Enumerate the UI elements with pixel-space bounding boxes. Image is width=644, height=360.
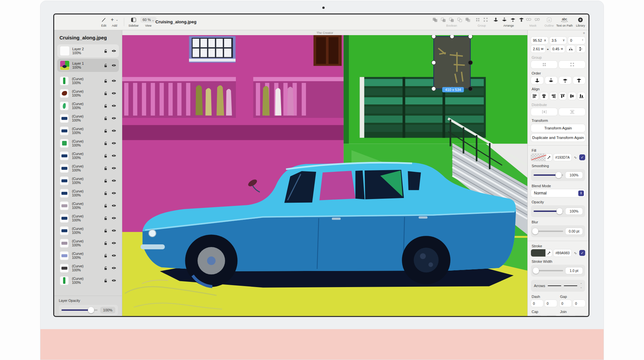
curve-layer-row[interactable]: (Curve) 100%: [54, 262, 122, 274]
align-middle-vertical-button[interactable]: [568, 92, 576, 100]
curve-layer-row[interactable]: (Curve) 100%: [54, 199, 122, 212]
opacity-slider[interactable]: [534, 211, 563, 212]
slider-knob[interactable]: [555, 172, 562, 178]
add-tool[interactable]: + ⌄ Add: [111, 16, 118, 27]
visibility-eye-icon[interactable]: [111, 204, 116, 207]
slider-knob[interactable]: [533, 268, 539, 274]
visibility-eye-icon[interactable]: [111, 154, 116, 157]
library-tool[interactable]: Library: [576, 16, 585, 27]
smoothing-slider[interactable]: [534, 174, 563, 176]
unlock-icon[interactable]: [104, 141, 108, 146]
curve-layer-row[interactable]: (Curve) 100%: [54, 274, 122, 287]
align-center-horizontal-button[interactable]: [540, 92, 548, 100]
align-bottom-button[interactable]: [578, 92, 585, 100]
unlock-icon[interactable]: [104, 254, 108, 258]
curve-layer-row[interactable]: (Curve) 100%: [54, 237, 122, 249]
curve-layer-row[interactable]: (Curve) 100%: [54, 137, 122, 149]
unlock-icon[interactable]: [104, 179, 108, 183]
align-right-button[interactable]: [550, 92, 557, 100]
artwork-canvas[interactable]: 410 x 534: [122, 35, 527, 316]
slider-knob[interactable]: [557, 208, 563, 214]
unlock-icon[interactable]: [104, 104, 108, 108]
visibility-eye-icon[interactable]: [111, 142, 116, 145]
visibility-eye-icon[interactable]: [111, 129, 116, 132]
unlock-icon[interactable]: [104, 204, 108, 208]
gap-input-1[interactable]: 0: [560, 300, 572, 307]
width-field[interactable]: 2.61W: [531, 45, 545, 53]
curve-layer-row[interactable]: (Curve) 100%: [54, 149, 122, 162]
fill-hex-field[interactable]: #193D7A: [554, 154, 571, 161]
fill-enabled-checkbox[interactable]: ✓: [579, 154, 585, 160]
layer-opacity-slider[interactable]: [61, 309, 98, 311]
stroke-enabled-checkbox[interactable]: ✓: [579, 250, 585, 256]
bring-forward-icon[interactable]: [502, 17, 507, 22]
visibility-eye-icon[interactable]: [111, 179, 116, 182]
text-on-path-tool[interactable]: abc Text on Path: [556, 16, 573, 27]
unlock-icon[interactable]: [104, 91, 108, 96]
slider-knob[interactable]: [88, 307, 94, 313]
unlock-icon[interactable]: [104, 63, 108, 68]
blur-slider[interactable]: [534, 231, 563, 232]
visibility-eye-icon[interactable]: [111, 191, 116, 195]
distribute-vertical-button[interactable]: [559, 108, 585, 116]
send-to-back-icon[interactable]: [519, 17, 524, 22]
visibility-eye-icon[interactable]: [111, 64, 116, 67]
curve-layer-row[interactable]: (Curve) 100%: [54, 187, 122, 199]
curve-layer-row[interactable]: (Curve) 100%: [54, 75, 122, 87]
unlock-icon[interactable]: [104, 241, 108, 245]
boolean-intersect-icon[interactable]: [449, 18, 454, 22]
x-position-field[interactable]: 95.52X: [531, 37, 548, 44]
height-field[interactable]: 0.45H: [550, 45, 565, 53]
send-backward-button[interactable]: [559, 77, 571, 84]
flip-vertical-button[interactable]: [577, 45, 585, 53]
blend-mode-dropdown[interactable]: Normal ▲▼: [531, 189, 585, 197]
mask-icon[interactable]: [526, 18, 531, 21]
add-panel-button[interactable]: +: [531, 32, 585, 35]
visibility-eye-icon[interactable]: [111, 167, 116, 170]
flip-horizontal-button[interactable]: [566, 45, 575, 53]
boolean-union-icon[interactable]: [433, 18, 438, 22]
duplicate-transform-again-button[interactable]: Duplicate and Transform Again: [531, 134, 585, 142]
group-icon[interactable]: [475, 17, 480, 22]
stroke-hex-field[interactable]: #B9A983: [554, 249, 571, 257]
rotation-field[interactable]: 0°: [568, 37, 585, 44]
gap-input-2[interactable]: 0: [573, 300, 585, 307]
layer-row-layer2[interactable]: Layer 2 100%: [57, 44, 119, 57]
curve-layer-row[interactable]: (Curve) 100%: [54, 112, 122, 124]
join-round-option[interactable]: [568, 316, 576, 316]
cap-round-option[interactable]: [540, 316, 548, 316]
bring-to-front-icon[interactable]: [493, 17, 498, 22]
group-button[interactable]: [531, 61, 557, 68]
stroke-width-slider[interactable]: [534, 270, 563, 271]
unlock-icon[interactable]: [104, 266, 108, 270]
distribute-horizontal-button[interactable]: [531, 108, 557, 116]
join-miter-option[interactable]: [560, 316, 568, 316]
aspect-lock-icon[interactable]: 🔒︎: [547, 47, 549, 51]
cap-butt-option[interactable]: [532, 316, 540, 316]
visibility-eye-icon[interactable]: [111, 266, 116, 270]
curve-layer-row[interactable]: (Curve) 100%: [54, 162, 122, 174]
unlock-icon[interactable]: [104, 154, 108, 158]
unlock-icon[interactable]: [104, 79, 108, 83]
curve-layer-row[interactable]: (Curve) 100%: [54, 100, 122, 112]
eyedropper-icon[interactable]: [545, 154, 552, 161]
visibility-eye-icon[interactable]: [111, 229, 116, 232]
eyedropper-icon[interactable]: [545, 249, 552, 257]
dash-input-1[interactable]: 0: [531, 300, 543, 307]
curve-layer-row[interactable]: (Curve) 100%: [54, 124, 122, 137]
visibility-eye-icon[interactable]: [111, 254, 116, 257]
curve-layer-row[interactable]: (Curve) 100%: [54, 249, 122, 262]
visibility-eye-icon[interactable]: [111, 241, 116, 245]
dash-input-2[interactable]: 0: [545, 300, 557, 307]
ungroup-button[interactable]: [559, 61, 585, 68]
boolean-divide-icon[interactable]: [466, 18, 471, 22]
unmask-icon[interactable]: [535, 18, 540, 21]
join-bevel-option[interactable]: [576, 316, 585, 316]
boolean-subtract-icon[interactable]: [441, 18, 446, 22]
bring-to-front-button[interactable]: [531, 77, 543, 84]
visibility-eye-icon[interactable]: [111, 117, 116, 120]
visibility-eye-icon[interactable]: [111, 49, 116, 53]
gradient-icon[interactable]: ∿: [573, 155, 578, 160]
curve-layer-row[interactable]: (Curve) 100%: [54, 87, 122, 100]
stroke-color-swatch[interactable]: [531, 249, 552, 257]
